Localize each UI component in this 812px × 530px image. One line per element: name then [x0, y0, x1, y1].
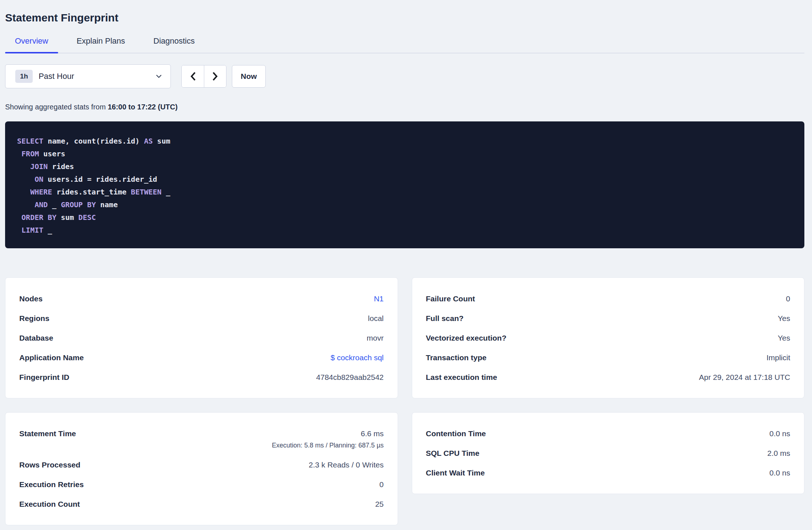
row-label: Execution Retries [19, 480, 84, 489]
sql-text: sum [56, 213, 78, 222]
summary-row: Rows Processed2.3 k Reads / 0 Writes [19, 461, 384, 469]
row-label: Client Wait Time [426, 469, 485, 477]
summary-row: Statement Time6.6 msExecution: 5.8 ms / … [19, 429, 384, 450]
sql-text [17, 149, 21, 158]
sql-text: _ [161, 188, 170, 196]
time-range-dropdown[interactable]: 1h Past Hour [5, 64, 171, 88]
summary-row: Fingerprint ID4784cb829aab2542 [19, 373, 384, 382]
sql-keyword: ORDER BY [21, 213, 56, 222]
time-picker-toolbar: 1h Past Hour Now [5, 64, 804, 88]
row-value-link[interactable]: $ cockroach sql [331, 353, 384, 362]
row-label: Statement Time [19, 429, 76, 438]
sql-keyword: WHERE [30, 188, 52, 196]
statement-details-card: NodesN1RegionslocalDatabasemovrApplicati… [5, 277, 398, 398]
previous-time-button[interactable] [182, 65, 204, 87]
tab-overview[interactable]: Overview [5, 36, 58, 53]
sql-text: name [96, 200, 118, 209]
sql-keyword: FROM [21, 149, 39, 158]
tab-diagnostics[interactable]: Diagnostics [144, 36, 205, 53]
row-value: Yes [778, 334, 790, 342]
stats-caption: Showing aggregated stats from 16:00 to 1… [5, 103, 804, 111]
sql-text [17, 188, 30, 196]
summary-row: NodesN1 [19, 294, 384, 303]
time-nav-group [181, 65, 226, 88]
sql-code-line: WHERE rides.start_time BETWEEN _ [17, 186, 793, 198]
summary-row: Execution Retries0 [19, 480, 384, 489]
statement-stats-card: Statement Time6.6 msExecution: 5.8 ms / … [5, 412, 398, 525]
row-label: Execution Count [19, 500, 80, 509]
summary-cards: NodesN1RegionslocalDatabasemovrApplicati… [5, 277, 804, 525]
tab-bar: Overview Explain Plans Diagnostics [5, 36, 804, 53]
summary-row: Last execution timeApr 29, 2024 at 17:18… [426, 373, 791, 382]
sql-keyword: LIMIT [21, 226, 43, 234]
row-value-link[interactable]: N1 [374, 294, 384, 303]
row-value: 6.6 msExecution: 5.8 ms / Planning: 687.… [272, 429, 384, 450]
row-value: movr [367, 334, 384, 342]
sql-keyword: GROUP BY [61, 200, 96, 209]
sql-text: rides [48, 162, 74, 171]
now-button[interactable]: Now [232, 65, 266, 88]
sql-keyword: AND [35, 200, 48, 209]
summary-row: Failure Count0 [426, 294, 791, 303]
sql-text: _ [43, 226, 52, 234]
row-value: 0 [786, 294, 790, 303]
tab-explain-plans[interactable]: Explain Plans [67, 36, 135, 53]
sql-text [17, 200, 35, 209]
row-label: Last execution time [426, 373, 497, 382]
sql-keyword: SELECT [17, 137, 43, 145]
time-range-badge: 1h [15, 70, 33, 83]
time-range-label: Past Hour [39, 72, 155, 81]
row-value: 0 [379, 480, 384, 489]
next-time-button[interactable] [204, 65, 226, 87]
row-label: Database [19, 334, 53, 342]
sql-text [17, 226, 21, 234]
time-stats-card: Contention Time0.0 nsSQL CPU Time2.0 msC… [412, 412, 805, 494]
chevron-right-icon [211, 72, 219, 81]
summary-row: SQL CPU Time2.0 ms [426, 449, 791, 458]
sql-text: sum [153, 137, 170, 145]
sql-keyword: AS [144, 137, 153, 145]
row-value: local [368, 314, 383, 323]
left-column: NodesN1RegionslocalDatabasemovrApplicati… [5, 277, 398, 525]
summary-row: Client Wait Time0.0 ns [426, 469, 791, 477]
sql-statement-box: SELECT name, count(rides.id) AS sum FROM… [5, 121, 804, 248]
row-value: 2.0 ms [767, 449, 790, 458]
sql-code-line: SELECT name, count(rides.id) AS sum [17, 135, 793, 148]
sql-keyword: DESC [79, 213, 96, 222]
row-value: Yes [778, 314, 790, 323]
statement-fingerprint-page: Statement Fingerprint Overview Explain P… [0, 0, 812, 525]
sql-code-line: JOIN rides [17, 160, 793, 173]
summary-row: Contention Time0.0 ns [426, 429, 791, 438]
row-value: Implicit [767, 353, 790, 362]
execution-attributes-card: Failure Count0Full scan?YesVectorized ex… [412, 277, 805, 398]
sql-code-line: FROM users [17, 148, 793, 160]
stats-caption-prefix: Showing aggregated stats from [5, 103, 108, 111]
sql-text: _ [48, 200, 61, 209]
sql-keyword: ON [35, 175, 43, 184]
sql-text [17, 175, 35, 184]
page-title: Statement Fingerprint [5, 12, 804, 24]
sql-text: rides.start_time [52, 188, 131, 196]
row-label: Application Name [19, 353, 84, 362]
row-value: 4784cb829aab2542 [316, 373, 384, 382]
summary-row: Execution Count25 [19, 500, 384, 509]
sql-keyword: BETWEEN [131, 188, 161, 196]
summary-row: Regionslocal [19, 314, 384, 323]
summary-row: Transaction typeImplicit [426, 353, 791, 362]
summary-row: Vectorized execution?Yes [426, 334, 791, 342]
summary-row: Full scan?Yes [426, 314, 791, 323]
summary-row: Application Name$ cockroach sql [19, 353, 384, 362]
right-column: Failure Count0Full scan?YesVectorized ex… [412, 277, 805, 525]
row-label: Nodes [19, 294, 43, 303]
sql-text [17, 162, 30, 171]
row-label: Failure Count [426, 294, 475, 303]
sql-text: name, count(rides.id) [43, 137, 144, 145]
sql-keyword: JOIN [30, 162, 48, 171]
row-label: Regions [19, 314, 49, 323]
sql-code-line: ON users.id = rides.rider_id [17, 173, 793, 186]
row-value: 2.3 k Reads / 0 Writes [309, 461, 383, 469]
sql-text: users.id = rides.rider_id [43, 175, 157, 184]
row-label: Vectorized execution? [426, 334, 507, 342]
row-label: Rows Processed [19, 461, 80, 469]
sql-code-line: ORDER BY sum DESC [17, 211, 793, 224]
